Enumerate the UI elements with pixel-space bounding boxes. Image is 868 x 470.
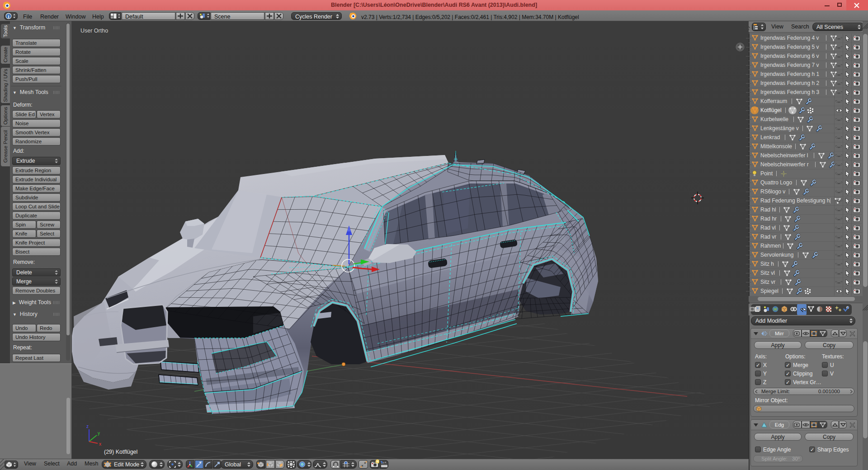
svg-text:(29) Kotflügel: (29) Kotflügel xyxy=(104,449,137,455)
svg-text:z: z xyxy=(86,424,89,429)
svg-text:y: y xyxy=(98,431,100,436)
svg-text:x: x xyxy=(99,442,101,446)
svg-text:i: i xyxy=(8,14,9,19)
svg-text:User Ortho: User Ortho xyxy=(80,28,108,34)
